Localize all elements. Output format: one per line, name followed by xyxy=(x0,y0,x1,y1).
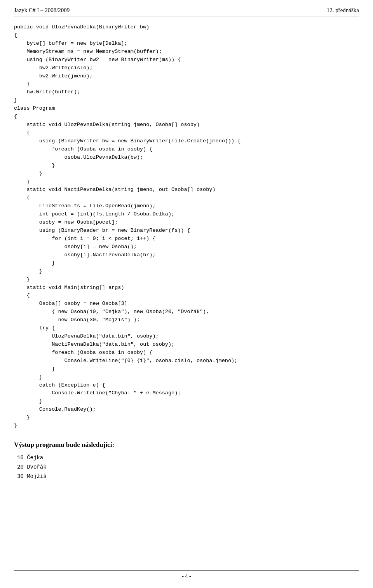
page-footer: - 4 - xyxy=(14,570,359,579)
output-line-1: 10 Čejka xyxy=(17,453,359,463)
output-line-2: 20 Dvořák xyxy=(17,463,359,472)
code-block-main: public void UlozPevnaDelka(BinaryWriter … xyxy=(14,23,359,430)
output-line-3: 30 Mojžíš xyxy=(17,472,359,481)
header-course: Jazyk C# I – 2008/2009 xyxy=(14,7,70,14)
header-lecture: 12. přednáška xyxy=(327,7,359,14)
output-heading: Výstup programu bude následující: xyxy=(14,441,359,449)
page: Jazyk C# I – 2008/2009 12. přednáška pub… xyxy=(0,0,373,588)
output-list: 10 Čejka 20 Dvořák 30 Mojžíš xyxy=(17,453,359,481)
page-header: Jazyk C# I – 2008/2009 12. přednáška xyxy=(14,7,359,16)
page-number: - 4 - xyxy=(182,573,191,579)
